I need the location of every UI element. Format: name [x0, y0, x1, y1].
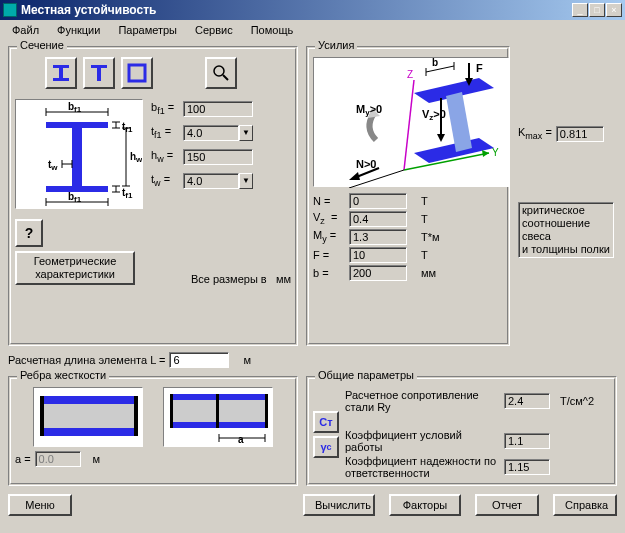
chevron-down-icon[interactable]: ▼ [239, 125, 253, 141]
profile-ibeam-button[interactable] [45, 57, 77, 89]
svg-rect-10 [46, 186, 108, 192]
My-input[interactable]: 1.3 [349, 229, 407, 245]
section-title: Сечение [17, 39, 67, 51]
hw-input[interactable]: 150 [183, 149, 253, 165]
ry-input[interactable]: 2.4 [504, 393, 550, 409]
svg-rect-67 [170, 394, 173, 428]
svg-marker-57 [349, 172, 360, 180]
tw-combo[interactable]: 4.0▼ [183, 173, 253, 189]
menu-button[interactable]: Меню [8, 494, 72, 516]
svg-marker-41 [482, 150, 489, 157]
svg-text:N>0: N>0 [356, 158, 377, 170]
minimize-button[interactable]: _ [572, 3, 588, 17]
My-label: My = [313, 229, 345, 244]
ry-unit: T/cм^2 [560, 395, 610, 407]
ry-label: Расчетное сопротивление стали Ry [345, 389, 500, 413]
app-icon [3, 3, 17, 17]
tf1-combo[interactable]: 4.0▼ [183, 125, 253, 141]
cond-input[interactable]: 1.1 [504, 433, 550, 449]
svg-text:F: F [476, 62, 483, 74]
hw-label: hw = [151, 149, 179, 164]
My-unit: T*м [421, 231, 440, 243]
svg-rect-2 [53, 78, 69, 81]
tw-label: tw = [151, 173, 179, 188]
a-label: a = [15, 453, 31, 465]
calc-button[interactable]: Вычислить [303, 494, 375, 516]
menu-help[interactable]: Помощь [243, 22, 302, 38]
svg-rect-5 [129, 65, 145, 81]
profile-box-button[interactable] [121, 57, 153, 89]
factors-button[interactable]: Факторы [389, 494, 461, 516]
stiffeners-title: Ребра жесткости [17, 369, 109, 381]
gamma-c-button[interactable]: γc [313, 436, 339, 458]
svg-line-38 [404, 80, 414, 170]
menu-functions[interactable]: Функции [49, 22, 108, 38]
b-label: b = [313, 267, 345, 279]
svg-rect-4 [97, 65, 101, 81]
bf1-label: bf1 = [151, 101, 179, 116]
menu-service[interactable]: Сервис [187, 22, 241, 38]
svg-text:tf1: tf1 [122, 187, 133, 200]
svg-line-47 [426, 66, 454, 72]
profile-tee-button[interactable] [83, 57, 115, 89]
svg-text:b: b [432, 58, 438, 68]
forces-group: Усилия Z Y F b Vz>0 [306, 46, 510, 346]
cond-label: Коэффициент условий работы [345, 429, 500, 453]
calc-length-label: Расчетная длина элемента L = [8, 354, 165, 366]
svg-rect-9 [72, 122, 82, 192]
svg-text:Y: Y [492, 147, 499, 158]
svg-rect-61 [40, 404, 138, 428]
help-ref-button[interactable]: Справка [553, 494, 617, 516]
svg-text:tw: tw [48, 159, 58, 172]
svg-text:Vz>0: Vz>0 [422, 108, 446, 122]
bf1-input[interactable]: 100 [183, 101, 253, 117]
kmax-label: Kmax = [518, 126, 552, 141]
help-button[interactable]: ? [15, 219, 43, 247]
steel-button[interactable]: Ст [313, 411, 339, 433]
F-input[interactable]: 10 [349, 247, 407, 263]
F-label: F = [313, 249, 345, 261]
geom-props-button[interactable]: Геометрическиехарактеристики [15, 251, 135, 285]
Vz-label: Vz = [313, 211, 345, 226]
section-diagram: bf1 tf1 hw tw bf1 tf1 [15, 99, 143, 209]
titlebar: Местная устойчивость _ □ × [0, 0, 625, 20]
N-label: N = [313, 195, 345, 207]
zoom-button[interactable] [205, 57, 237, 89]
svg-rect-59 [40, 396, 138, 404]
stiff-diagram-2[interactable]: a [163, 387, 273, 447]
svg-text:My>0: My>0 [356, 103, 382, 117]
menu-params[interactable]: Параметры [110, 22, 185, 38]
svg-text:hw: hw [130, 151, 143, 164]
all-sizes-label: Все размеры в [191, 273, 267, 285]
svg-rect-69 [216, 394, 219, 428]
chevron-down-icon[interactable]: ▼ [239, 173, 253, 189]
window-title: Местная устойчивость [21, 3, 572, 17]
stiff-diagram-1[interactable] [33, 387, 143, 447]
Vz-input[interactable]: 0.4 [349, 211, 407, 227]
svg-marker-52 [437, 134, 445, 142]
tf1-label: tf1 = [151, 125, 179, 140]
a-unit: м [93, 453, 101, 465]
a-input: 0.0 [35, 451, 81, 467]
N-input[interactable]: 0 [349, 193, 407, 209]
stiffeners-group: Ребра жесткости a a = 0.0 м [8, 376, 298, 486]
svg-marker-37 [446, 92, 472, 152]
menu-file[interactable]: Файл [4, 22, 47, 38]
common-title: Общие параметры [315, 369, 417, 381]
close-button[interactable]: × [606, 3, 622, 17]
maximize-button[interactable]: □ [589, 3, 605, 17]
svg-rect-68 [265, 394, 268, 428]
b-unit: мм [421, 267, 436, 279]
forces-title: Усилия [315, 39, 357, 51]
Vz-unit: T [421, 213, 428, 225]
forces-diagram: Z Y F b Vz>0 My>0 N>0 [313, 57, 509, 187]
report-button[interactable]: Отчет [475, 494, 539, 516]
calc-length-input[interactable]: 6 [169, 352, 229, 368]
svg-line-7 [223, 75, 228, 80]
common-group: Общие параметры Ст γc Расчетное сопротив… [306, 376, 617, 486]
b-input[interactable]: 200 [349, 265, 407, 281]
svg-rect-60 [40, 428, 138, 436]
rel-input[interactable]: 1.15 [504, 459, 550, 475]
svg-text:Z: Z [407, 69, 413, 80]
svg-rect-62 [40, 396, 44, 436]
